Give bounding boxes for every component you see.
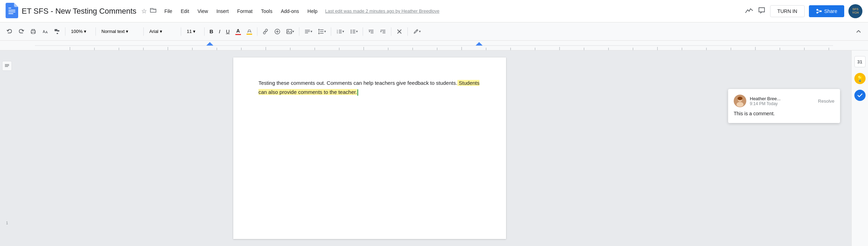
- insert-button[interactable]: [272, 27, 283, 36]
- zoom-value: 100%: [71, 29, 83, 34]
- toolbar-divider-11: [407, 27, 408, 36]
- redo-button[interactable]: [16, 27, 27, 36]
- comment-author-info: Heather Bree... 9:14 PM Today: [750, 96, 781, 106]
- underline-icon: U: [226, 28, 230, 34]
- menu-tools[interactable]: Tools: [257, 6, 276, 16]
- doc-page-wrapper[interactable]: Testing these comments out. Comments can…: [14, 50, 725, 246]
- indent-increase-button[interactable]: [378, 27, 388, 36]
- menu-file[interactable]: File: [161, 6, 176, 16]
- svg-rect-10: [32, 32, 35, 34]
- print-button[interactable]: [28, 27, 38, 36]
- doc-text-normal: Testing these comments out. Comments can…: [258, 80, 457, 86]
- zoom-dropdown[interactable]: 100% ▾: [68, 27, 93, 35]
- user-avatar[interactable]: SFSYCH: [848, 4, 862, 18]
- align-button[interactable]: ▾: [302, 27, 314, 36]
- toolbar-divider-2: [95, 27, 96, 36]
- menu-insert[interactable]: Insert: [213, 6, 232, 16]
- doc-left-sidebar: 1: [0, 50, 14, 246]
- collapse-toolbar-button[interactable]: [853, 27, 864, 36]
- spell-check-button[interactable]: A: [40, 27, 50, 36]
- svg-point-11: [35, 31, 35, 32]
- numbered-list-button[interactable]: 1.2.3. ▾: [334, 27, 346, 36]
- link-button[interactable]: [260, 27, 271, 36]
- font-size-value: 11: [187, 29, 192, 34]
- paint-format-button[interactable]: [52, 27, 62, 36]
- calendar-widget[interactable]: 31: [854, 56, 866, 67]
- doc-page: Testing these comments out. Comments can…: [233, 57, 506, 239]
- svg-point-90: [738, 97, 742, 100]
- font-value: Arial: [149, 29, 158, 34]
- toolbar-divider-1: [65, 27, 65, 36]
- explore-icon: 💡: [856, 75, 863, 82]
- svg-point-37: [350, 31, 351, 32]
- far-right-panel: 31 💡: [851, 50, 868, 246]
- font-size-dropdown[interactable]: 11 ▾: [184, 27, 201, 35]
- bulleted-list-button[interactable]: ▾: [348, 27, 360, 36]
- svg-point-36: [350, 29, 351, 30]
- menu-addons[interactable]: Add-ons: [277, 6, 303, 16]
- menu-help[interactable]: Help: [304, 6, 321, 16]
- svg-rect-19: [287, 29, 292, 34]
- doc-icon: [6, 3, 18, 20]
- outline-panel-button[interactable]: [2, 61, 12, 71]
- line-spacing-button[interactable]: ▾: [316, 27, 328, 36]
- activity-button[interactable]: [745, 6, 753, 16]
- image-button[interactable]: ▾: [284, 27, 296, 36]
- menu-view[interactable]: View: [194, 6, 212, 16]
- font-dropdown[interactable]: Arial ▾: [147, 27, 178, 35]
- italic-button[interactable]: I: [217, 27, 222, 36]
- text-cursor: [357, 89, 358, 96]
- svg-rect-1: [8, 12, 15, 12]
- toolbar-divider-5: [204, 27, 205, 36]
- size-chevron: ▾: [193, 29, 195, 34]
- share-button[interactable]: Share: [809, 5, 844, 17]
- bold-icon: B: [209, 28, 213, 34]
- doc-content[interactable]: Testing these comments out. Comments can…: [258, 78, 481, 96]
- share-label: Share: [824, 8, 837, 14]
- tasks-button[interactable]: [854, 90, 866, 101]
- undo-button[interactable]: [4, 27, 15, 36]
- folder-button[interactable]: [150, 7, 157, 15]
- svg-point-4: [820, 10, 821, 12]
- clear-format-button[interactable]: [394, 27, 405, 36]
- explore-button[interactable]: 💡: [854, 73, 866, 84]
- toolbar: A 100% ▾ Normal text ▾ Arial ▾ 11 ▾ B I …: [0, 22, 868, 41]
- italic-icon: I: [219, 28, 220, 34]
- indent-decrease-button[interactable]: [366, 27, 376, 36]
- toolbar-divider-4: [181, 27, 181, 36]
- underline-button[interactable]: U: [224, 27, 232, 36]
- page-number: 1: [6, 221, 8, 225]
- star-button[interactable]: ☆: [141, 7, 147, 15]
- highlight-color-button[interactable]: [244, 27, 254, 36]
- last-edit-text[interactable]: Last edit was made 2 minutes ago by Heat…: [325, 8, 440, 14]
- svg-point-5: [816, 9, 818, 11]
- style-dropdown[interactable]: Normal text ▾: [99, 27, 141, 35]
- turn-in-button[interactable]: TURN IN: [770, 5, 805, 17]
- comment-time: 9:14 PM Today: [750, 101, 781, 106]
- bold-button[interactable]: B: [207, 27, 215, 36]
- toolbar-divider-9: [363, 27, 363, 36]
- menu-edit[interactable]: Edit: [177, 6, 193, 16]
- comment-avatar: [734, 95, 746, 107]
- edit-mode-button[interactable]: ▾: [411, 27, 423, 36]
- toolbar-divider-8: [331, 27, 331, 36]
- toolbar-divider-3: [143, 27, 144, 36]
- svg-line-7: [818, 10, 820, 11]
- doc-title: ET SFS - New Testing Comments: [22, 7, 136, 16]
- svg-line-8: [818, 11, 820, 12]
- comment-button[interactable]: [757, 6, 766, 16]
- svg-point-20: [287, 30, 289, 31]
- ruler: [0, 41, 868, 50]
- resolve-button[interactable]: Resolve: [818, 98, 834, 104]
- zoom-chevron: ▾: [84, 29, 86, 34]
- title-bar: ET SFS - New Testing Comments ☆ File Edi…: [0, 0, 868, 22]
- svg-point-6: [816, 12, 818, 13]
- text-color-button[interactable]: A: [233, 27, 243, 36]
- comment-author-name: Heather Bree...: [750, 96, 781, 101]
- menu-format[interactable]: Format: [234, 6, 256, 16]
- svg-rect-2: [8, 13, 13, 14]
- style-value: Normal text: [101, 29, 124, 34]
- svg-line-47: [417, 30, 417, 31]
- doc-scroll-area[interactable]: 1 Testing these comments out. Comments c…: [0, 50, 868, 246]
- comment-header: Heather Bree... 9:14 PM Today Resolve: [734, 95, 834, 107]
